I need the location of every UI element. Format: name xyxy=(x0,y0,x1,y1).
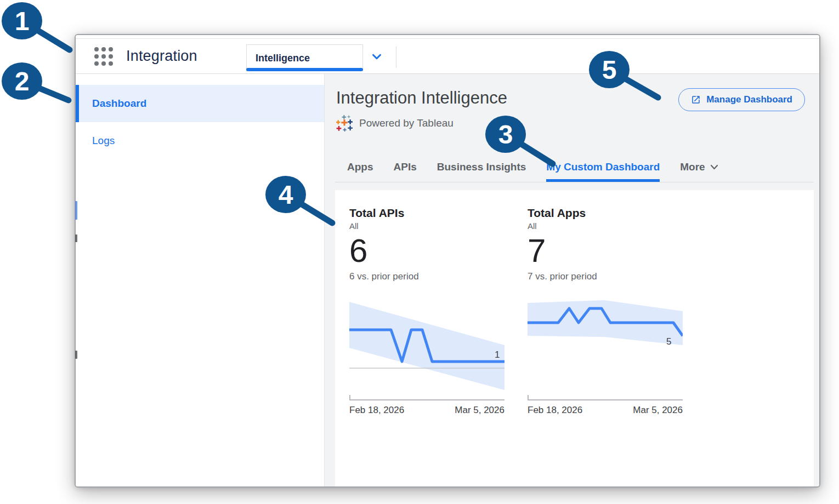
dashboard-tab-bar: AppsAPIsBusiness InsightsMy Custom Dashb… xyxy=(335,161,814,182)
open-in-new-icon xyxy=(691,95,701,105)
waffle-dot xyxy=(109,47,113,51)
chevron-down-icon xyxy=(370,49,384,64)
window-top-strip xyxy=(76,35,819,39)
sparkline-svg: 5 xyxy=(528,293,683,393)
screen-edge-artifact xyxy=(75,234,77,242)
tab-apis[interactable]: APIs xyxy=(394,161,417,182)
callout-2: 2 xyxy=(2,62,69,100)
tab-my-custom-dashboard[interactable]: My Custom Dashboard xyxy=(546,161,660,182)
tab-more[interactable]: More xyxy=(680,161,718,182)
waffle-dot xyxy=(101,47,106,51)
card-comparison: 7 vs. prior period xyxy=(528,271,683,282)
x-axis-labels: Feb 18, 2026Mar 5, 2026 xyxy=(349,405,504,416)
nav-tab-label: Intelligence xyxy=(256,53,310,64)
spark-end-value-label: 1 xyxy=(495,350,500,360)
tab-label: APIs xyxy=(394,161,417,173)
main-content: Integration Intelligence Powered by Tabl… xyxy=(325,74,819,486)
waffle-dot xyxy=(94,47,99,51)
top-nav-bar: Integration Intelligence xyxy=(76,39,819,74)
waffle-dot xyxy=(94,61,99,66)
callout-1: 1 xyxy=(2,2,70,50)
sidebar-item-label: Logs xyxy=(92,135,115,147)
waffle-dot xyxy=(101,61,106,66)
x-axis-start-label: Feb 18, 2026 xyxy=(349,405,404,416)
card-title: Total APIs xyxy=(349,207,504,220)
sidebar-item-label: Dashboard xyxy=(92,98,146,110)
card-title: Total Apps xyxy=(528,207,683,220)
spark-end-value-label: 5 xyxy=(666,336,671,347)
window-body: DashboardLogs Integration Intelligence xyxy=(76,74,819,486)
x-axis-line xyxy=(349,393,504,400)
card-filter: All xyxy=(528,221,683,231)
nav-separator xyxy=(396,47,396,68)
waffle-dot xyxy=(101,54,106,59)
tab-label: Apps xyxy=(347,161,373,173)
tab-apps[interactable]: Apps xyxy=(347,161,373,182)
card-comparison: 6 vs. prior period xyxy=(349,271,504,282)
sidebar: DashboardLogs xyxy=(76,74,325,486)
sidebar-item-logs[interactable]: Logs xyxy=(76,122,324,159)
metric-card-total-apps: Total AppsAll77 vs. prior period5Feb 18,… xyxy=(528,207,683,486)
screen-edge-artifact xyxy=(75,201,77,220)
tab-business-insights[interactable]: Business Insights xyxy=(437,161,526,182)
nav-tab-intelligence[interactable]: Intelligence xyxy=(246,44,363,71)
x-axis-end-label: Mar 5, 2026 xyxy=(455,405,504,416)
tableau-logo-icon xyxy=(336,115,353,131)
metric-card-total-apis: Total APIsAll66 vs. prior period1Feb 18,… xyxy=(349,207,504,486)
sparkline-chart: 5 xyxy=(528,293,683,393)
nav-tab-dropdown-button[interactable] xyxy=(367,47,386,66)
card-filter: All xyxy=(349,221,504,231)
x-axis-end-label: Mar 5, 2026 xyxy=(633,405,683,416)
tab-label: More xyxy=(680,161,705,173)
sidebar-item-dashboard[interactable]: Dashboard xyxy=(76,85,324,122)
callout-pointer-line xyxy=(22,21,70,50)
manage-dashboard-button[interactable]: Manage Dashboard xyxy=(678,88,805,111)
callout-circle xyxy=(2,2,42,39)
x-axis-start-label: Feb 18, 2026 xyxy=(528,405,582,416)
sparkline-chart: 1 xyxy=(349,293,504,393)
manage-dashboard-label: Manage Dashboard xyxy=(706,94,792,105)
app-window: Integration Intelligence DashboardLogs I… xyxy=(75,34,820,488)
card-value: 7 xyxy=(528,234,683,267)
dashboard-content-panel: Total APIsAll66 vs. prior period1Feb 18,… xyxy=(335,190,814,486)
callout-number: 2 xyxy=(15,67,30,96)
callout-circle xyxy=(2,62,42,100)
powered-by-row: Powered by Tableau xyxy=(336,115,814,131)
x-axis-line xyxy=(528,393,683,400)
waffle-dot xyxy=(109,61,113,66)
tab-label: My Custom Dashboard xyxy=(546,161,660,173)
card-value: 6 xyxy=(349,234,504,267)
powered-by-label: Powered by Tableau xyxy=(359,117,453,129)
callout-pointer-line xyxy=(22,81,69,100)
sparkline-svg: 1 xyxy=(349,293,504,393)
chevron-down-icon xyxy=(710,164,718,170)
screen-edge-artifact xyxy=(75,351,77,359)
app-launcher-waffle-icon[interactable] xyxy=(92,45,115,68)
waffle-dot xyxy=(109,54,113,59)
tab-label: Business Insights xyxy=(437,161,526,173)
callout-number: 1 xyxy=(15,7,30,36)
page: Integration Intelligence DashboardLogs I… xyxy=(0,0,839,504)
app-title: Integration xyxy=(126,48,197,65)
x-axis-labels: Feb 18, 2026Mar 5, 2026 xyxy=(528,405,683,416)
waffle-dot xyxy=(94,54,99,59)
